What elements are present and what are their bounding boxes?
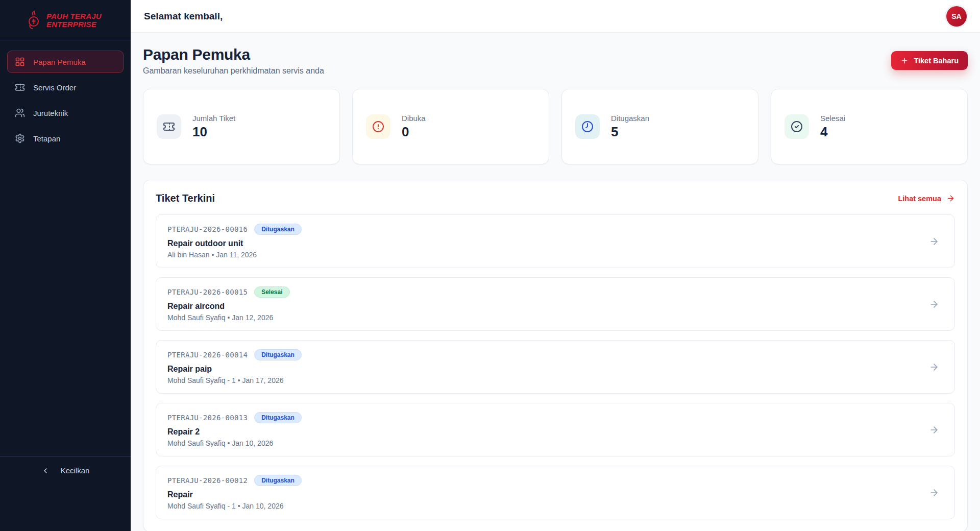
clock-icon [575, 114, 600, 139]
arrow-right-icon [946, 194, 955, 203]
ticket-title: Repair outdoor unit [167, 239, 302, 248]
stat-card-selesai: Selesai 4 [771, 89, 968, 164]
sidebar-footer: Kecilkan [0, 456, 131, 531]
main-area: Selamat kembali, SA Papan Pemuka Gambara… [131, 0, 980, 531]
recent-tickets-card: Tiket Terkini Lihat semua PTERAJU-2026-0… [143, 180, 968, 531]
stat-value: 10 [192, 124, 235, 140]
chevron-left-icon [41, 467, 50, 475]
sidebar-item-tetapan[interactable]: Tetapan [7, 127, 124, 150]
status-badge: Ditugaskan [254, 475, 302, 486]
arrow-right-icon [929, 425, 939, 435]
ticket-title: Repair paip [167, 365, 302, 374]
ticket-row[interactable]: PTERAJU-2026-00012 Ditugaskan Repair Moh… [156, 466, 955, 519]
ticket-meta: Mohd Saufi Syafiq • Jan 12, 2026 [167, 313, 290, 322]
arrow-right-icon [929, 236, 939, 247]
sidebar-item-label: Juruteknik [33, 109, 68, 117]
view-all-label: Lihat semua [898, 195, 941, 203]
page-title: Papan Pemuka [143, 46, 324, 63]
stat-card-jumlah-tiket: Jumlah Tiket 10 [143, 89, 340, 164]
alert-circle-icon [366, 114, 390, 139]
ticket-title: Repair aircond [167, 302, 290, 311]
ticket-meta: Mohd Saufi Syafiq - 1 • Jan 10, 2026 [167, 502, 302, 510]
topbar: Selamat kembali, SA [131, 0, 980, 33]
arrow-right-icon [929, 299, 939, 309]
ticket-id: PTERAJU-2026-00013 [167, 414, 248, 422]
brand-logo: PAUH TERAJU ENTERPRISE [0, 0, 131, 40]
page-header: Papan Pemuka Gambaran keseluruhan perkhi… [143, 46, 968, 76]
ticket-id: PTERAJU-2026-00014 [167, 351, 248, 359]
ticket-id: PTERAJU-2026-00012 [167, 476, 248, 485]
ticket-row[interactable]: PTERAJU-2026-00016 Ditugaskan Repair out… [156, 214, 955, 268]
ticket-row[interactable]: PTERAJU-2026-00014 Ditugaskan Repair pai… [156, 340, 955, 394]
stat-label: Jumlah Tiket [192, 114, 235, 123]
greeting-text: Selamat kembali, [144, 11, 223, 22]
view-all-link[interactable]: Lihat semua [898, 194, 955, 203]
sidebar-item-juruteknik[interactable]: Juruteknik [7, 102, 124, 124]
users-icon [15, 108, 25, 118]
ticket-title: Repair 2 [167, 427, 302, 437]
collapse-sidebar-button[interactable]: Kecilkan [41, 466, 90, 475]
sidebar-item-label: Tetapan [33, 134, 60, 143]
brand-name: PAUH TERAJU ENTERPRISE [46, 12, 102, 29]
ticket-icon [15, 82, 25, 92]
status-badge: Ditugaskan [254, 224, 302, 235]
tickets-header: Tiket Terkini Lihat semua [156, 192, 955, 204]
collapse-label: Kecilkan [61, 466, 90, 475]
stat-value: 0 [402, 124, 426, 140]
sidebar-spacer [0, 160, 131, 456]
arrow-right-icon [929, 488, 939, 498]
stat-label: Ditugaskan [611, 114, 649, 123]
ticket-meta: Mohd Saufi Syafiq - 1 • Jan 17, 2026 [167, 376, 302, 384]
check-circle-icon [785, 114, 809, 139]
status-badge: Selesai [254, 286, 289, 298]
stats-row: Jumlah Tiket 10 Dibuka 0 [143, 89, 968, 164]
sidebar-nav: Papan Pemuka Servis Order Juruteknik Tet… [0, 40, 131, 160]
gear-icon [15, 133, 25, 143]
ticket-meta: Mohd Saufi Syafiq • Jan 10, 2026 [167, 439, 302, 447]
dashboard-grid-icon [15, 57, 25, 67]
page-subtitle: Gambaran keseluruhan perkhidmatan servis… [143, 66, 324, 76]
stat-value: 4 [820, 124, 845, 140]
ticket-title: Repair [167, 490, 302, 499]
page-content: Papan Pemuka Gambaran keseluruhan perkhi… [131, 33, 980, 531]
stat-label: Dibuka [402, 114, 426, 123]
ticket-row[interactable]: PTERAJU-2026-00015 Selesai Repair aircon… [156, 277, 955, 331]
ticket-id: PTERAJU-2026-00016 [167, 225, 248, 233]
brand-emblem-icon [27, 10, 42, 31]
user-avatar[interactable]: SA [946, 6, 967, 27]
sidebar-item-papan-pemuka[interactable]: Papan Pemuka [7, 51, 124, 73]
ticket-list: PTERAJU-2026-00016 Ditugaskan Repair out… [156, 214, 955, 519]
sidebar-item-servis-order[interactable]: Servis Order [7, 76, 124, 99]
sidebar: PAUH TERAJU ENTERPRISE Papan Pemuka Serv… [0, 0, 131, 531]
stat-card-dibuka: Dibuka 0 [352, 89, 549, 164]
ticket-icon [157, 114, 181, 139]
ticket-row[interactable]: PTERAJU-2026-00013 Ditugaskan Repair 2 M… [156, 403, 955, 456]
tickets-title: Tiket Terkini [156, 192, 215, 204]
status-badge: Ditugaskan [254, 412, 302, 423]
ticket-meta: Ali bin Hasan • Jan 11, 2026 [167, 251, 302, 259]
stat-value: 5 [611, 124, 649, 140]
new-ticket-button[interactable]: Tiket Baharu [891, 51, 968, 70]
new-ticket-label: Tiket Baharu [914, 57, 959, 65]
arrow-right-icon [929, 362, 939, 372]
ticket-id: PTERAJU-2026-00015 [167, 288, 248, 296]
plus-icon [900, 57, 909, 65]
status-badge: Ditugaskan [254, 349, 302, 360]
sidebar-item-label: Papan Pemuka [33, 58, 86, 66]
stat-card-ditugaskan: Ditugaskan 5 [561, 89, 758, 164]
sidebar-item-label: Servis Order [33, 83, 76, 92]
stat-label: Selesai [820, 114, 845, 123]
